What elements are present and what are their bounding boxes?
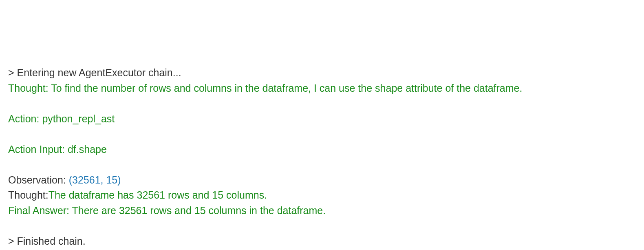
blank-line [8,157,636,173]
observation-label: Observation: [8,174,69,186]
finish-prefix: > [8,235,17,247]
thought-text: To find the number of rows and columns i… [51,82,522,94]
final-text: There are 32561 rows and 15 columns in t… [72,205,326,216]
blank-line [8,96,636,111]
thought2-label: Thought: [8,189,49,201]
action-input-label: Action Input: [8,144,68,155]
thought-label: Thought: [8,82,51,94]
finish-text: Finished chain. [17,235,86,247]
enter-text: Entering new AgentExecutor chain... [17,67,181,78]
action-input-value: df.shape [68,144,107,155]
final-label: Final Answer: [8,205,72,216]
thought-line-1: Thought: To find the number of rows and … [8,81,636,96]
observation-line: Observation: (32561, 15) [8,173,636,188]
enter-prefix: > [8,67,17,78]
blank-line [8,218,636,234]
action-label: Action: [8,113,42,124]
blank-line [8,126,636,142]
observation-value: (32561, 15) [69,174,121,186]
thought-line-2: Thought:The dataframe has 32561 rows and… [8,188,636,203]
final-answer-line: Final Answer: There are 32561 rows and 1… [8,203,636,219]
action-input-line: Action Input: df.shape [8,142,636,157]
finished-chain-line: > Finished chain. [8,234,636,249]
entering-chain-line: > Entering new AgentExecutor chain... [8,65,636,81]
thought2-text: The dataframe has 32561 rows and 15 colu… [49,189,267,201]
action-line: Action: python_repl_ast [8,111,636,127]
action-value: python_repl_ast [42,113,115,124]
